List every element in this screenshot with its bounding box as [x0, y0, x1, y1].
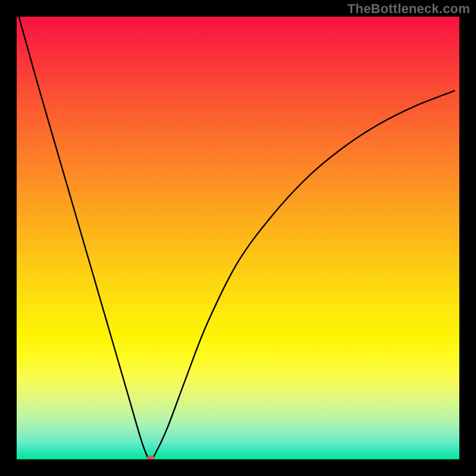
- minimum-marker: [146, 456, 155, 459]
- curve-path: [19, 17, 455, 459]
- chart-frame: TheBottleneck.com: [0, 0, 476, 476]
- bottleneck-curve: [17, 17, 459, 459]
- watermark-text: TheBottleneck.com: [347, 1, 470, 17]
- plot-area: [17, 17, 459, 459]
